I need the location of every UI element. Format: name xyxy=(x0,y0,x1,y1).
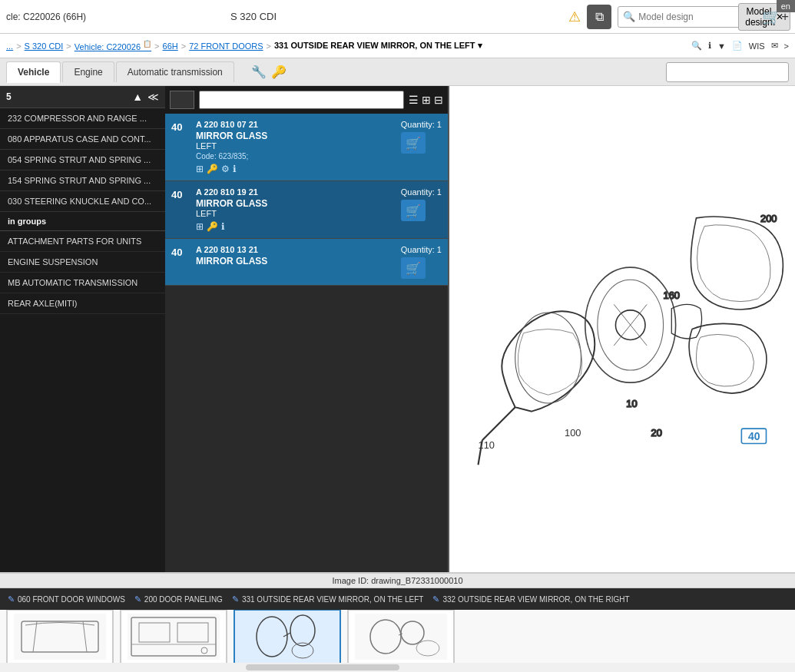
part-name-1: MIRROR GLASS xyxy=(196,131,395,141)
filter-icon[interactable]: ▼ xyxy=(717,41,726,51)
parts-view-icons: ☰ ⊞ ⊟ xyxy=(409,94,443,106)
sidebar-section-in-groups: in groups xyxy=(0,212,165,231)
parts-color-swatch xyxy=(170,91,194,109)
part-name2-2: LEFT xyxy=(196,209,395,218)
zoom-icon[interactable]: 🔍 xyxy=(691,41,702,51)
bottom-tab-060[interactable]: ✎ 060 FRONT DOOR WINDOWS xyxy=(5,593,128,606)
sidebar-item-054[interactable]: 054 SPRING STRUT AND SPRING ... xyxy=(0,150,165,170)
gear-icon-part[interactable]: ⚙ xyxy=(221,164,230,174)
thumbnail-060[interactable] xyxy=(6,610,114,663)
part-details-2: A 220 810 19 21 MIRROR GLASS LEFT ⊞ 🔑 ℹ xyxy=(196,187,395,232)
wis-icon[interactable]: WIS xyxy=(749,41,765,51)
mail-icon[interactable]: ✉ xyxy=(771,41,778,51)
next-icon[interactable]: > xyxy=(784,41,789,51)
sidebar-items: 232 COMPRESSOR AND RANGE ... 080 APPARAT… xyxy=(0,108,165,572)
bottom-tab-200[interactable]: ✎ 200 DOOR PANELING xyxy=(131,593,226,606)
search-icon: 🔍 xyxy=(623,11,635,22)
sidebar-group-mb-automatic[interactable]: MB AUTOMATIC TRANSMISSION xyxy=(0,273,165,293)
tab-vehicle[interactable]: Vehicle xyxy=(6,61,61,83)
part-qty-1: Quantity: 1 🛒 xyxy=(401,120,442,154)
tab-engine[interactable]: Engine xyxy=(62,61,114,82)
tab-automatic-transmission[interactable]: Automatic transmission xyxy=(116,61,234,82)
thumbnails-row xyxy=(0,610,795,663)
breadcrumb-item-66h[interactable]: 66H xyxy=(163,41,178,51)
svg-rect-17 xyxy=(14,614,106,660)
info-icon-part[interactable]: ℹ xyxy=(233,164,237,174)
bottom-tab-331[interactable]: ✎ 331 OUTSIDE REAR VIEW MIRROR, ON THE L… xyxy=(229,593,427,606)
thumbnail-200[interactable] xyxy=(120,610,227,663)
parts-search-input[interactable] xyxy=(199,91,404,109)
add-to-cart-button-2[interactable]: 🛒 xyxy=(401,200,426,221)
breadcrumb-item-front-doors[interactable]: 72 FRONT DOORS xyxy=(189,41,263,51)
table-icon[interactable]: ⊞ xyxy=(196,164,204,174)
grid-view-button[interactable]: ⊞ xyxy=(422,94,431,106)
bottom-tab-332[interactable]: ✎ 332 OUTSIDE REAR VIEW MIRROR, ON THE R… xyxy=(429,593,632,606)
sidebar-item-080[interactable]: 080 APPARATUS CASE AND CONT... xyxy=(0,129,165,150)
model-label: S 320 CDI xyxy=(230,11,277,22)
parts-list: 40 A 220 810 07 21 MIRROR GLASS LEFT Cod… xyxy=(165,114,448,572)
horizontal-scrollbar[interactable] xyxy=(246,664,399,670)
copy-button[interactable]: ⧉ xyxy=(587,5,611,29)
search-input[interactable] xyxy=(638,12,738,22)
part-details-1: A 220 810 07 21 MIRROR GLASS LEFT Code: … xyxy=(196,120,395,174)
edit-icon-200: ✎ xyxy=(134,594,141,604)
parts-toolbar: ☰ ⊞ ⊟ xyxy=(165,86,448,114)
breadcrumb-item-vehicle[interactable]: Vehicle: C220026 📋 xyxy=(75,40,151,51)
part-row-1: 40 A 220 810 07 21 MIRROR GLASS LEFT Cod… xyxy=(165,114,448,181)
key-icon[interactable]: 🔑 xyxy=(271,65,287,79)
add-to-cart-button-3[interactable]: 🛒 xyxy=(401,257,426,279)
part-number-1: 40 xyxy=(171,121,190,133)
main-area: 5 ▲ ≪ 232 COMPRESSOR AND RANGE ... 080 A… xyxy=(0,86,795,572)
part-row-3: 40 A 220 810 13 21 MIRROR GLASS Quantity… xyxy=(165,239,448,286)
svg-text:110: 110 xyxy=(479,439,495,451)
sidebar-item-154[interactable]: 154 SPRING STRUT AND SPRING ... xyxy=(0,170,165,191)
sidebar-group-attachment[interactable]: ATTACHMENT PARTS FOR UNITS xyxy=(0,231,165,252)
table-icon-2[interactable]: ⊞ xyxy=(196,221,204,232)
info-icon-part-2[interactable]: ℹ xyxy=(221,221,225,232)
diagram-area: 10 20 200 160 100 11 xyxy=(449,86,795,572)
warning-icon[interactable]: ⚠ xyxy=(568,8,581,25)
svg-rect-0 xyxy=(449,194,795,465)
part-code-2: A 220 810 19 21 xyxy=(196,187,395,197)
document-icon[interactable]: 📄 xyxy=(732,41,743,51)
sidebar-group-rear-axle[interactable]: REAR AXLE(MITI) xyxy=(0,293,165,314)
part-number-3: 40 xyxy=(171,247,190,258)
part-qty-2: Quantity: 1 🛒 xyxy=(401,187,442,221)
sidebar-header: 5 ▲ ≪ xyxy=(0,86,165,108)
breadcrumb-item-model[interactable]: S 320 CDI xyxy=(25,41,64,51)
image-id-bar: Image ID: drawing_B72331000010 xyxy=(0,574,795,588)
sidebar-group-engine-suspension[interactable]: ENGINE SUSPENSION xyxy=(0,252,165,273)
thumbnail-332[interactable] xyxy=(347,610,455,663)
edit-icon-060: ✎ xyxy=(8,594,15,604)
part-code-1: A 220 810 07 21 xyxy=(196,120,395,129)
parts-area: ☰ ⊞ ⊟ 40 A 220 810 07 21 MIRROR GLASS LE… xyxy=(165,86,449,572)
bottom-strip: Image ID: drawing_B72331000010 ✎ 060 FRO… xyxy=(0,572,795,672)
part-extra-1: Code: 623/835; xyxy=(196,152,395,161)
list-view-button[interactable]: ☰ xyxy=(409,94,419,106)
sidebar-item-232[interactable]: 232 COMPRESSOR AND RANGE ... xyxy=(0,108,165,129)
wrench-icon[interactable]: 🔧 xyxy=(251,65,267,79)
key-icon-part[interactable]: 🔑 xyxy=(207,164,218,174)
breadcrumb-item-current[interactable]: 331 OUTSIDE REAR VIEW MIRROR, ON THE LEF… xyxy=(274,41,482,51)
language-badge: en xyxy=(777,0,795,12)
part-name-3: MIRROR GLASS xyxy=(196,256,395,266)
svg-text:20: 20 xyxy=(651,427,662,439)
sidebar-title: 5 xyxy=(6,91,12,102)
sidebar-collapse-button[interactable]: ≪ xyxy=(147,91,159,103)
svg-text:100: 100 xyxy=(565,427,581,439)
add-to-cart-button-1[interactable]: 🛒 xyxy=(401,132,426,154)
tab-search-input[interactable] xyxy=(666,62,789,82)
sidebar-item-030[interactable]: 030 STEERING KNUCKLE AND CO... xyxy=(0,191,165,212)
expand-view-button[interactable]: ⊟ xyxy=(434,94,443,106)
quantity-label-2: Quantity: 1 xyxy=(401,187,442,197)
part-icons-row-2: ⊞ 🔑 ℹ xyxy=(196,221,395,232)
part-code-3: A 220 810 13 21 xyxy=(196,245,395,254)
breadcrumb-item-root[interactable]: ... xyxy=(6,41,13,51)
sidebar-up-button[interactable]: ▲ xyxy=(132,91,143,103)
info-icon[interactable]: ℹ xyxy=(708,41,711,51)
top-bar-right: ⚠ ⧉ 🔍 Model design ✕ 🛒+ en xyxy=(568,5,789,29)
part-name2-1: LEFT xyxy=(196,141,395,151)
key-icon-part-2[interactable]: 🔑 xyxy=(207,221,218,232)
tabs-bar: Vehicle Engine Automatic transmission 🔧 … xyxy=(0,58,795,86)
thumbnail-331[interactable] xyxy=(234,610,341,663)
